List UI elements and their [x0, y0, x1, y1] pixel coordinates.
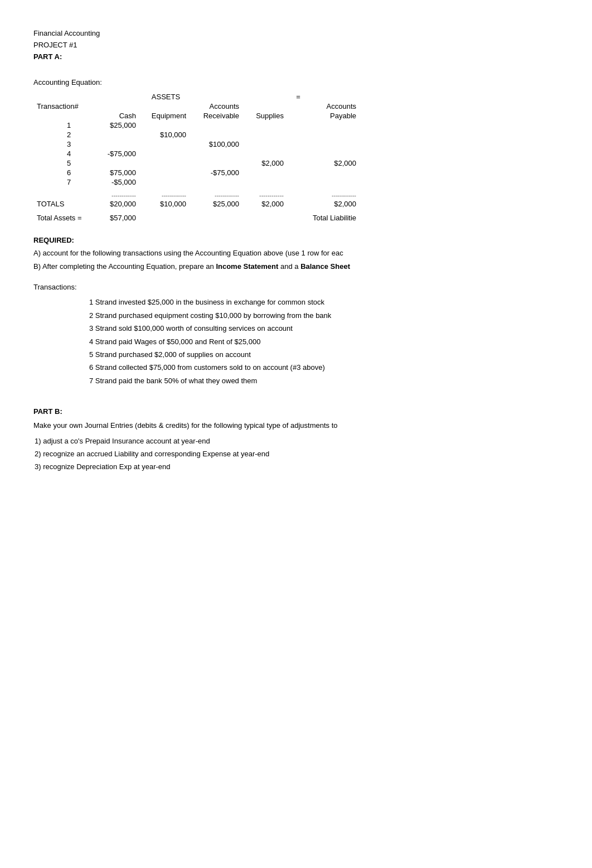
required-line2-bold1: Income Statement: [216, 262, 278, 271]
list-item: 1 Strand invested $25,000 in the busines…: [89, 296, 559, 308]
row-ar: [190, 120, 242, 130]
list-item: 7 Strand paid the bank 50% of what they …: [89, 374, 559, 387]
col-label-row: Transaction# Accounts Accounts: [33, 102, 360, 111]
assets-header: ASSETS: [89, 92, 242, 102]
ar-col-label: Accounts: [190, 102, 242, 111]
total-liabilities-label: Total Liabilitie: [309, 213, 360, 223]
divider-supplies: ------------: [242, 191, 287, 199]
table-row: 5 $2,000 $2,000: [33, 158, 360, 168]
totals-row: TOTALS $20,000 $10,000 $25,000 $2,000 $2…: [33, 199, 360, 209]
header-line1: Financial Accounting: [33, 28, 559, 40]
accounting-equation-section: Accounting Equation: ASSETS = Transactio…: [33, 78, 559, 223]
row-cash: $25,000: [89, 120, 139, 130]
ar-sub-col-label: Receivable: [190, 111, 242, 120]
part-b-section: PART B: Make your own Journal Entries (d…: [33, 407, 559, 474]
divider-equipment: ------------: [139, 191, 190, 199]
totals-supplies: $2,000: [242, 199, 287, 209]
totals-equipment: $10,000: [139, 199, 190, 209]
divider-cash: ------------: [89, 191, 139, 199]
required-line2: B) After completing the Accounting Equat…: [33, 261, 559, 272]
spacer-row2: [33, 209, 360, 213]
list-item: 3 Strand sold $100,000 worth of consulti…: [89, 322, 559, 335]
equals-header: =: [287, 92, 309, 102]
required-label: REQUIRED:: [33, 236, 559, 244]
total-assets-value: $57,000: [89, 213, 139, 223]
cash-col-label: Cash: [89, 111, 139, 120]
totals-label: TOTALS: [33, 199, 89, 209]
supplies-col-label: Supplies: [242, 111, 287, 120]
table-row: 6 $75,000 -$75,000: [33, 168, 360, 177]
part-b-title: PART B:: [33, 407, 559, 416]
transactions-section: Transactions: 1 Strand invested $25,000 …: [33, 283, 559, 387]
header-line3: PART A:: [33, 51, 559, 63]
sub-col-label-row: Cash Equipment Receivable Supplies Payab…: [33, 111, 360, 120]
divider-ar: ------------: [190, 191, 242, 199]
totals-cash: $20,000: [89, 199, 139, 209]
divider-ap: ------------: [309, 191, 360, 199]
transaction-list: 1 Strand invested $25,000 in the busines…: [89, 296, 559, 387]
required-line2-mid: and a: [278, 262, 300, 271]
required-section: REQUIRED: A) account for the following t…: [33, 236, 559, 272]
ap-sub-col-label: Payable: [309, 111, 360, 120]
table-row: 1 $25,000: [33, 120, 360, 130]
totals-ar: $25,000: [190, 199, 242, 209]
part-b-items: 1) adjust a co's Prepaid Insurance accou…: [35, 435, 559, 474]
row-ap: [309, 120, 360, 130]
row-equipment: [139, 120, 190, 130]
assets-header-row: ASSETS =: [33, 92, 360, 102]
required-line2-bold2: Balance Sheet: [300, 262, 350, 271]
required-line1: A) account for the following transaction…: [33, 248, 559, 259]
list-item: 2 Strand purchased equipment costing $10…: [89, 309, 559, 322]
list-item: 3) recognize Depreciation Exp at year-en…: [35, 460, 559, 473]
table-row: 2 $10,000: [33, 130, 360, 139]
transaction-col-label: Transaction#: [33, 102, 89, 111]
ap-col-label: Accounts: [309, 102, 360, 111]
required-line2-before: B) After completing the Accounting Equat…: [33, 262, 216, 271]
table-row: 4 -$75,000: [33, 149, 360, 158]
list-item: 5 Strand purchased $2,000 of supplies on…: [89, 348, 559, 361]
header-section: Financial Accounting PROJECT #1 PART A:: [33, 28, 559, 62]
list-item: 6 Strand collected $75,000 from customer…: [89, 361, 559, 374]
total-assets-label: Total Assets =: [33, 213, 89, 223]
list-item: 1) adjust a co's Prepaid Insurance accou…: [35, 435, 559, 447]
total-assets-row: Total Assets = $57,000 Total Liabilitie: [33, 213, 360, 223]
list-item: 4 Strand paid Wages of $50,000 and Rent …: [89, 335, 559, 348]
transactions-label: Transactions:: [33, 283, 559, 291]
list-item: 2) recognize an accrued Liability and co…: [35, 447, 559, 460]
row-num: 1: [33, 120, 89, 130]
divider-row: ------------ ------------ ------------ -…: [33, 191, 360, 199]
table-row: 3 $100,000: [33, 139, 360, 149]
accounting-equation-label: Accounting Equation:: [33, 78, 559, 86]
part-b-intro: Make your own Journal Entries (debits & …: [33, 420, 559, 431]
table-row: 7 -$5,000: [33, 177, 360, 187]
header-line2: PROJECT #1: [33, 40, 559, 51]
spacer-row: [33, 187, 360, 191]
totals-ap: $2,000: [309, 199, 360, 209]
equipment-col-label: Equipment: [139, 111, 190, 120]
accounting-table: ASSETS = Transaction# Accounts Accounts …: [33, 92, 360, 223]
row-supplies: [242, 120, 287, 130]
